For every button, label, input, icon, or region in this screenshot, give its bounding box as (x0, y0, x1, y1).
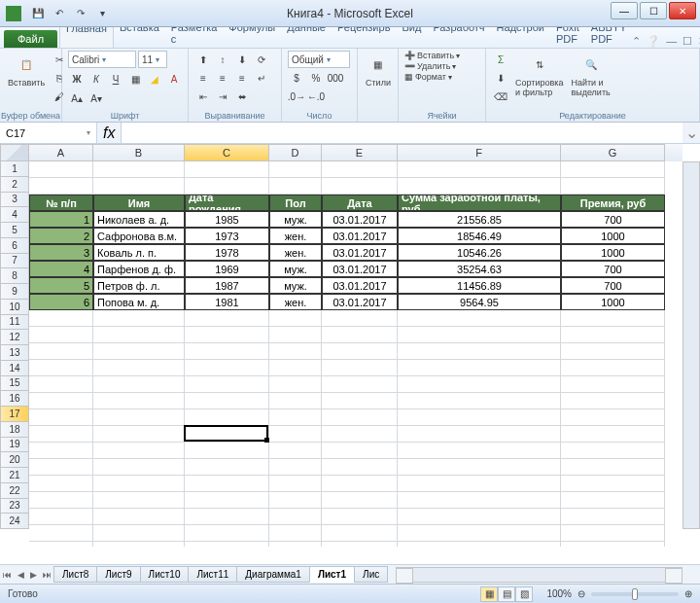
row-header-11[interactable]: 11 (0, 315, 29, 331)
cell-B24[interactable] (93, 542, 185, 547)
cell-F9[interactable]: 9564.95 (398, 294, 561, 310)
find-select-button[interactable]: 🔍 Найти и выделить (569, 51, 612, 99)
cell-B11[interactable] (93, 327, 185, 343)
cell-C23[interactable] (185, 525, 269, 542)
cell-C9[interactable]: 1981 (185, 294, 269, 310)
cell-C11[interactable] (185, 327, 269, 343)
sheet-nav-first[interactable]: ⏮ (0, 570, 15, 580)
row-header-10[interactable]: 10 (0, 300, 29, 315)
cell-G11[interactable] (561, 327, 665, 343)
cell-B23[interactable] (93, 525, 185, 542)
cell-F19[interactable] (398, 459, 561, 476)
cell-G22[interactable] (561, 509, 665, 525)
row-header-6[interactable]: 6 (0, 238, 29, 254)
row-header-16[interactable]: 16 (0, 391, 29, 407)
cell-D9[interactable]: жен. (269, 294, 322, 310)
cell-F12[interactable] (398, 343, 561, 360)
undo-button[interactable]: ↶ (51, 5, 68, 22)
cell-F8[interactable]: 11456.89 (398, 277, 561, 294)
cell-D22[interactable] (269, 509, 322, 525)
cell-A3[interactable]: № п/п (29, 195, 93, 211)
row-header-15[interactable]: 15 (0, 376, 29, 392)
cell-C7[interactable]: 1969 (185, 261, 269, 277)
cell-E22[interactable] (322, 509, 398, 525)
bold-button[interactable]: Ж (68, 70, 86, 88)
cell-D7[interactable]: муж. (269, 261, 322, 277)
cell-G7[interactable]: 700 (561, 261, 665, 277)
cell-F22[interactable] (398, 509, 561, 525)
row-header-22[interactable]: 22 (0, 483, 29, 499)
column-headers[interactable]: ABCDEFG (29, 144, 682, 161)
col-header-F[interactable]: F (398, 144, 561, 161)
align-middle-button[interactable]: ↕ (214, 51, 231, 68)
worksheet-grid[interactable]: ABCDEFG 12345678910111213141516171819202… (0, 144, 700, 547)
cell-D3[interactable]: Пол (269, 195, 322, 211)
cell-B10[interactable] (93, 310, 185, 327)
align-center-button[interactable]: ≡ (214, 69, 231, 87)
cell-D15[interactable] (269, 393, 322, 409)
doc-minimize-icon[interactable]: — (666, 35, 677, 48)
cell-C22[interactable] (185, 509, 269, 525)
row-header-12[interactable]: 12 (0, 330, 29, 345)
help-icon[interactable]: ❔ (647, 35, 660, 48)
cell-D1[interactable] (269, 161, 322, 178)
cell-C3[interactable]: Дата рождения (185, 195, 269, 211)
grow-font-button[interactable]: A▴ (68, 89, 86, 107)
cell-C4[interactable]: 1985 (185, 211, 269, 228)
row-header-7[interactable]: 7 (0, 254, 29, 269)
cell-E16[interactable] (322, 409, 398, 426)
cell-D18[interactable] (269, 443, 322, 459)
cell-A4[interactable]: 1 (29, 211, 93, 228)
cell-E7[interactable]: 03.01.2017 (322, 261, 398, 277)
cell-F13[interactable] (398, 360, 561, 376)
row-header-8[interactable]: 8 (0, 268, 29, 284)
cell-D8[interactable]: муж. (269, 277, 322, 294)
decrease-decimal-button[interactable]: ←.0 (307, 88, 325, 105)
cell-E3[interactable]: Дата (322, 195, 398, 211)
redo-button[interactable]: ↷ (72, 5, 89, 22)
cell-B12[interactable] (93, 343, 185, 360)
cell-D12[interactable] (269, 343, 322, 360)
cell-B14[interactable] (93, 376, 185, 393)
align-top-button[interactable]: ⬆ (194, 51, 212, 68)
cell-A20[interactable] (29, 476, 93, 492)
cell-A23[interactable] (29, 525, 93, 542)
cell-G19[interactable] (561, 459, 665, 476)
cell-E6[interactable]: 03.01.2017 (322, 244, 398, 261)
cell-B8[interactable]: Петров ф. л. (93, 277, 185, 294)
cell-E18[interactable] (322, 443, 398, 459)
cell-F2[interactable] (398, 178, 561, 195)
row-header-4[interactable]: 4 (0, 207, 29, 223)
cell-E24[interactable] (322, 542, 398, 547)
cell-C24[interactable] (185, 542, 269, 547)
col-header-A[interactable]: A (29, 144, 93, 161)
cell-D2[interactable] (269, 178, 322, 195)
format-button[interactable]: ▦Формат▾ (404, 72, 460, 82)
cell-C17[interactable] (185, 426, 269, 443)
cell-B19[interactable] (93, 459, 185, 476)
align-bottom-button[interactable]: ⬇ (233, 51, 251, 68)
cell-E8[interactable]: 03.01.2017 (322, 277, 398, 294)
cell-G23[interactable] (561, 525, 665, 542)
cell-A7[interactable]: 4 (29, 261, 93, 277)
row-header-3[interactable]: 3 (0, 193, 29, 208)
cell-D17[interactable] (269, 426, 322, 443)
increase-indent-button[interactable]: ⇥ (214, 88, 231, 105)
decrease-indent-button[interactable]: ⇤ (194, 88, 212, 105)
cell-G3[interactable]: Премия, руб (561, 195, 665, 211)
cell-F7[interactable]: 35254.63 (398, 261, 561, 277)
cell-C21[interactable] (185, 492, 269, 509)
cell-G21[interactable] (561, 492, 665, 509)
cell-A18[interactable] (29, 443, 93, 459)
sheet-tab-3[interactable]: Лист11 (188, 566, 237, 583)
fill-button[interactable]: ⬇ (492, 69, 509, 87)
row-header-23[interactable]: 23 (0, 499, 29, 514)
sheet-tab-4[interactable]: Диаграмма1 (236, 566, 310, 583)
zoom-out-button[interactable]: ⊖ (578, 588, 585, 599)
zoom-level[interactable]: 100% (546, 588, 572, 599)
row-header-1[interactable]: 1 (0, 161, 29, 177)
cell-A21[interactable] (29, 492, 93, 509)
cell-A2[interactable] (29, 178, 93, 195)
cell-D14[interactable] (269, 376, 322, 393)
underline-button[interactable]: Ч (107, 70, 124, 88)
